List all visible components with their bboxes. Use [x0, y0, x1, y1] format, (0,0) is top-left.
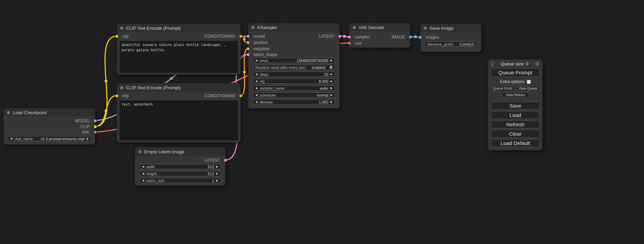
- widget-height[interactable]: ◀ height 512 ▶: [139, 171, 221, 176]
- node-titlebar[interactable]: CLIP Text Encode (Prompt): [117, 24, 240, 32]
- extra-options-row: Extra options: [488, 79, 542, 84]
- node-titlebar[interactable]: CLIP Text Encode (Prompt): [117, 83, 240, 92]
- widget-sampler-name[interactable]: ◀ sampler_name euler ▶: [253, 85, 335, 91]
- widget-increment-icon[interactable]: ▶: [330, 80, 333, 83]
- node-load-checkpoint[interactable]: Load Checkpoint MODEL CLIP VAE ◀ ckpt_na…: [3, 108, 95, 145]
- settings-gear-icon[interactable]: ⚙: [535, 61, 540, 66]
- widget-decrement-icon[interactable]: ◀: [255, 94, 257, 97]
- input-label-positive: positive: [254, 40, 268, 45]
- collapse-dot[interactable]: [7, 111, 10, 114]
- widget-increment-icon[interactable]: ▶: [330, 94, 333, 97]
- widget-label: seed: [259, 58, 268, 63]
- view-history-button[interactable]: View History: [502, 92, 529, 98]
- widget-increment-icon[interactable]: ▶: [87, 137, 89, 140]
- queue-prompt-button[interactable]: Queue Prompt: [491, 68, 540, 77]
- node-titlebar[interactable]: Save Image: [421, 24, 481, 32]
- widget-increment-icon[interactable]: ▶: [330, 87, 333, 90]
- output-label-image: IMAGE: [391, 35, 405, 39]
- queue-panel: ⣿ Queue size: 0 ⚙ Queue Prompt Extra opt…: [488, 60, 542, 150]
- widget-filename-prefix[interactable]: filename_prefix ComfyUI: [425, 42, 477, 47]
- widget-denoise[interactable]: ◀ denoise 1.000 ▶: [253, 99, 335, 105]
- widget-cfg[interactable]: ◀ cfg 8.000 ▶: [253, 79, 335, 84]
- toggle-dot-icon[interactable]: [329, 66, 333, 69]
- output-port-model[interactable]: [94, 119, 97, 123]
- widget-decrement-icon[interactable]: ◀: [10, 137, 12, 140]
- node-clip-text-encode-negative[interactable]: CLIP Text Encode (Prompt) clip CONDITION…: [117, 83, 241, 143]
- input-label-negative: negative: [254, 46, 269, 51]
- input-port-positive[interactable]: [246, 41, 250, 44]
- widget-seed[interactable]: ◀ seed 156680208700286 ▶: [253, 58, 335, 63]
- clear-button[interactable]: Clear: [491, 130, 540, 138]
- widget-decrement-icon[interactable]: ◀: [255, 73, 257, 76]
- queue-front-button[interactable]: Queue Front: [491, 86, 514, 91]
- node-title: Save Image: [430, 26, 453, 31]
- node-empty-latent-image[interactable]: Empty Latent Image LATENT ◀ width 512 ▶ …: [135, 147, 226, 186]
- widget-increment-icon[interactable]: ▶: [330, 59, 333, 62]
- prompt-textarea[interactable]: beautiful scenery nature glass bottle la…: [120, 41, 238, 73]
- output-port-conditioning[interactable]: [239, 94, 242, 98]
- output-port-latent[interactable]: [338, 35, 342, 38]
- output-port-latent[interactable]: [224, 159, 227, 162]
- node-titlebar[interactable]: VAE Decode: [350, 23, 410, 31]
- widget-increment-icon[interactable]: ▶: [216, 179, 218, 182]
- widget-increment-icon[interactable]: ▶: [216, 172, 218, 175]
- load-button[interactable]: Load: [491, 111, 540, 119]
- prompt-textarea[interactable]: text, watermark: [120, 100, 238, 141]
- widget-scheduler[interactable]: ◀ scheduler normal ▶: [253, 92, 335, 98]
- extra-options-checkbox[interactable]: [527, 80, 531, 84]
- widget-label: denoise: [259, 100, 273, 104]
- widget-label: ckpt_name: [14, 137, 33, 141]
- node-graph-canvas[interactable]: Load Checkpoint MODEL CLIP VAE ◀ ckpt_na…: [0, 0, 644, 244]
- output-label-latent: LATENT: [204, 158, 220, 163]
- input-port-samples[interactable]: [347, 35, 351, 39]
- node-titlebar[interactable]: Empty Latent Image: [135, 147, 225, 156]
- node-titlebar[interactable]: KSampler: [248, 23, 339, 31]
- output-port-clip[interactable]: [94, 125, 97, 128]
- input-port-model[interactable]: [246, 35, 250, 38]
- widget-increment-icon[interactable]: ▶: [216, 165, 218, 168]
- output-label-latent: LATENT: [319, 34, 334, 39]
- collapse-dot[interactable]: [424, 27, 427, 30]
- load-default-button[interactable]: Load Default: [491, 139, 540, 147]
- input-port-latent-image[interactable]: [246, 53, 250, 56]
- widget-width[interactable]: ◀ width 512 ▶: [139, 164, 221, 169]
- output-port-image[interactable]: [409, 35, 412, 39]
- node-vae-decode[interactable]: VAE Decode samples vae IMAGE: [349, 23, 411, 48]
- widget-decrement-icon[interactable]: ◀: [255, 80, 257, 83]
- widget-ckpt-name[interactable]: ◀ ckpt_name v1-5-pruned-emaonly.ckpt ▶: [7, 136, 91, 141]
- widget-steps[interactable]: ◀ steps 20 ▶: [253, 72, 335, 77]
- widget-decrement-icon[interactable]: ◀: [255, 87, 257, 90]
- widget-decrement-icon[interactable]: ◀: [142, 179, 144, 182]
- collapse-dot[interactable]: [138, 150, 141, 153]
- input-port-images[interactable]: [418, 36, 422, 39]
- widget-batch-size[interactable]: ◀ batch_size 1 ▶: [139, 178, 221, 183]
- collapse-dot[interactable]: [120, 86, 123, 89]
- view-queue-button[interactable]: View Queue: [517, 86, 540, 91]
- node-clip-text-encode-positive[interactable]: CLIP Text Encode (Prompt) clip CONDITION…: [117, 24, 241, 75]
- widget-decrement-icon[interactable]: ◀: [255, 59, 257, 62]
- output-port-conditioning[interactable]: [239, 35, 242, 38]
- save-button[interactable]: Save: [491, 102, 540, 110]
- input-label-vae: vae: [355, 41, 361, 46]
- drag-handle-icon[interactable]: ⣿: [491, 62, 494, 66]
- widget-decrement-icon[interactable]: ◀: [142, 172, 144, 175]
- widget-decrement-icon[interactable]: ◀: [142, 165, 144, 168]
- collapse-dot[interactable]: [353, 26, 356, 29]
- widget-decrement-icon[interactable]: ◀: [255, 101, 257, 103]
- input-port-clip[interactable]: [115, 35, 118, 38]
- widget-increment-icon[interactable]: ▶: [330, 73, 333, 76]
- refresh-button[interactable]: Refresh: [491, 120, 540, 128]
- collapse-dot[interactable]: [120, 27, 123, 30]
- input-port-clip[interactable]: [115, 94, 118, 98]
- input-port-vae[interactable]: [347, 42, 351, 45]
- output-port-vae[interactable]: [94, 130, 97, 134]
- widget-value: 20: [324, 72, 328, 76]
- collapse-dot[interactable]: [252, 26, 255, 29]
- node-titlebar[interactable]: Load Checkpoint: [4, 108, 95, 117]
- node-save-image[interactable]: Save Image images filename_prefix ComfyU…: [420, 24, 482, 52]
- widget-random-seed-toggle[interactable]: Random seed after every gen enabled: [253, 65, 335, 70]
- node-ksampler[interactable]: KSampler model positive negative latent_…: [248, 23, 340, 109]
- widget-increment-icon[interactable]: ▶: [330, 101, 333, 103]
- node-title: Load Checkpoint: [13, 110, 47, 115]
- input-port-negative[interactable]: [246, 47, 250, 51]
